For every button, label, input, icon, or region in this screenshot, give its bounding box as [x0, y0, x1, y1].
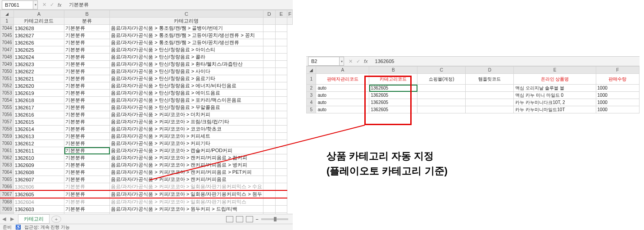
row-header[interactable]: 7052: [0, 82, 14, 90]
cell[interactable]: 기본분류: [64, 198, 110, 206]
cell[interactable]: 1000: [596, 85, 639, 92]
name-box[interactable]: B7061: [2, 0, 33, 9]
row-header[interactable]: 7064: [0, 169, 14, 176]
col-header-right-E[interactable]: E: [514, 67, 596, 74]
cell[interactable]: [263, 46, 275, 54]
cell[interactable]: [417, 106, 466, 113]
formula-bar[interactable]: 기본분류: [66, 1, 293, 8]
cell[interactable]: 1362608: [14, 169, 64, 176]
cell[interactable]: [263, 75, 275, 82]
cell[interactable]: 1000: [596, 92, 639, 99]
name-box-right[interactable]: B2: [308, 57, 340, 66]
cell[interactable]: 음료/과자/가공식품 > 탄산/청량음료 > 환타/웰치스/과즙탄산: [110, 61, 263, 68]
row-header[interactable]: 7066: [0, 183, 14, 191]
col-header-B[interactable]: B: [64, 10, 110, 18]
cell[interactable]: 기본분류: [64, 104, 110, 111]
row-header[interactable]: 7048: [0, 54, 14, 61]
cell[interactable]: 1362605: [369, 85, 417, 92]
cell[interactable]: 음료/과자/가공식품 > 커피/코코아 > 일회용/자판기용커피믹스 > 원두: [110, 190, 263, 198]
cell[interactable]: 음료/과자/가공식품 > 통조림/캔/쨈 > 고등어/꽁치/생선캔류 > 꽁치: [110, 32, 263, 39]
cell[interactable]: [275, 111, 287, 118]
cell[interactable]: 1362616: [14, 111, 64, 118]
cell[interactable]: 1362620: [14, 82, 64, 90]
row-header[interactable]: 7054: [0, 97, 14, 104]
select-all-right[interactable]: ◢: [307, 67, 316, 74]
cell[interactable]: 기본분류: [64, 183, 110, 191]
row-header[interactable]: 7067: [0, 190, 14, 198]
cell[interactable]: [263, 198, 275, 206]
cell[interactable]: 음료/과자/가공식품 > 커피/코코아 > 코코아/핫초코: [110, 126, 263, 133]
view-pagelayout-icon[interactable]: [236, 216, 243, 222]
cell[interactable]: [275, 162, 287, 169]
cell[interactable]: [466, 85, 514, 92]
cell[interactable]: 1362619: [14, 90, 64, 97]
cell[interactable]: [275, 97, 287, 104]
cell[interactable]: [275, 140, 287, 147]
col-header-F[interactable]: F: [287, 10, 293, 18]
cell[interactable]: [275, 190, 287, 198]
row-header[interactable]: 7056: [0, 111, 14, 118]
cell[interactable]: 음료/과자/가공식품 > 탄산/청량음료 > 음료기타: [110, 75, 263, 82]
cell[interactable]: 1362609: [14, 162, 64, 169]
col-header-right-F[interactable]: F: [596, 67, 639, 74]
cell[interactable]: [263, 147, 275, 154]
col-header-E[interactable]: E: [275, 10, 287, 18]
row-header[interactable]: 7062: [0, 154, 14, 162]
cell[interactable]: [275, 90, 287, 97]
cell[interactable]: [263, 126, 275, 133]
col-header-right-D[interactable]: D: [466, 67, 514, 74]
cell[interactable]: [275, 206, 287, 213]
select-all-cell[interactable]: ◢: [0, 10, 14, 18]
cell[interactable]: [275, 39, 287, 46]
row-header[interactable]: 7068: [0, 198, 14, 206]
cell[interactable]: [263, 54, 275, 61]
row-header[interactable]: 7069: [0, 206, 14, 213]
row-header-right[interactable]: 2: [307, 85, 316, 92]
cell[interactable]: 기본분류: [64, 111, 110, 118]
view-normal-icon[interactable]: [226, 216, 233, 222]
cell[interactable]: 기본분류: [64, 25, 110, 32]
cell[interactable]: 카누 카누미니다크10T, 2: [514, 99, 596, 106]
row-header[interactable]: 7053: [0, 90, 14, 97]
cell[interactable]: [275, 126, 287, 133]
cell[interactable]: [275, 147, 287, 154]
cell[interactable]: [263, 68, 275, 75]
cell[interactable]: auto: [316, 92, 369, 99]
cell[interactable]: 1362628: [14, 25, 64, 32]
cell[interactable]: [275, 118, 287, 126]
row-header[interactable]: 7044: [0, 25, 14, 32]
cell[interactable]: 기본분류: [64, 133, 110, 140]
cell[interactable]: 음료/과자/가공식품 > 커피/코코아 > 더치커피: [110, 111, 263, 118]
row-header-1[interactable]: 1: [0, 18, 14, 25]
confirm-icon[interactable]: ✓: [50, 2, 54, 8]
cell[interactable]: 1362614: [14, 126, 64, 133]
confirm-icon-right[interactable]: ✓: [356, 59, 360, 64]
cell[interactable]: [466, 99, 514, 106]
table-header[interactable]: 온라인 상품명: [514, 74, 596, 85]
cell[interactable]: [263, 140, 275, 147]
cell[interactable]: 맥심 오리지날 솔루블 블: [514, 85, 596, 92]
cell[interactable]: [263, 111, 275, 118]
cell[interactable]: 음료/과자/가공식품 > 탄산/청량음료 > 에이드음료: [110, 90, 263, 97]
cell[interactable]: 기본분류: [64, 68, 110, 75]
cell[interactable]: 기본분류: [64, 154, 110, 162]
zoom-slider[interactable]: [261, 218, 288, 220]
cell[interactable]: 1362621: [14, 75, 64, 82]
cell[interactable]: 기본분류: [64, 176, 110, 183]
cell[interactable]: 맥심 카누 미니 마일드 0: [514, 92, 596, 99]
view-pagebreak-icon[interactable]: [246, 216, 253, 222]
cell[interactable]: 1000: [596, 99, 639, 106]
cell[interactable]: [466, 92, 514, 99]
cell[interactable]: 1362605: [369, 92, 417, 99]
cell[interactable]: [263, 133, 275, 140]
grid-left[interactable]: ◢ABCDEF1카테고리코드분류카테고리명70441362628기본분류음료/과…: [0, 10, 293, 227]
row-header[interactable]: 7055: [0, 104, 14, 111]
cell[interactable]: [275, 54, 287, 61]
cell[interactable]: [417, 85, 466, 92]
cell[interactable]: [275, 169, 287, 176]
table-header[interactable]: 판매자관리코드: [316, 74, 369, 85]
cell[interactable]: 음료/과자/가공식품 > 커피/코코아 > 원두커피 > 드립/티백: [110, 206, 263, 213]
cell[interactable]: 음료/과자/가공식품 > 탄산/청량음료 > 사이다: [110, 68, 263, 75]
cell[interactable]: 1000: [596, 106, 639, 113]
table-header[interactable]: 쇼핑몰(계정): [417, 74, 466, 85]
